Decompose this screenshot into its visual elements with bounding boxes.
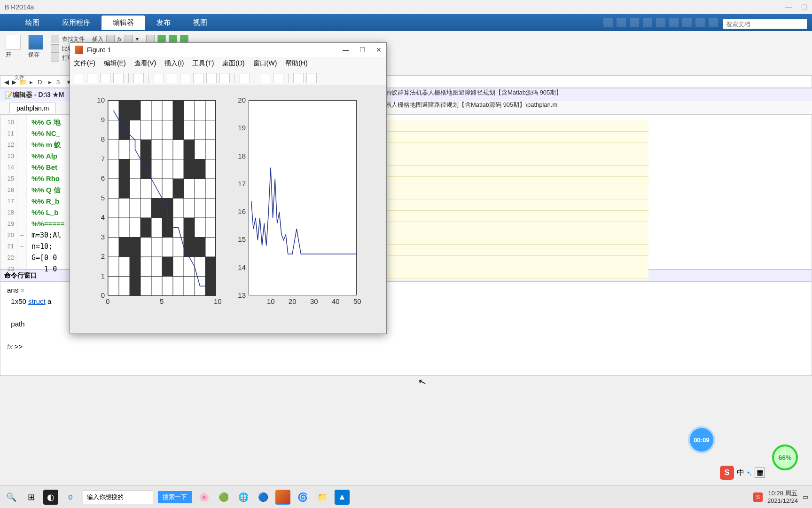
ie-icon[interactable]: e (63, 490, 78, 505)
save-group: 保存 (28, 35, 43, 59)
fig-menu-item[interactable]: 桌面(D) (222, 59, 244, 68)
app-title: B R2014a (5, 3, 34, 11)
figure-titlebar[interactable]: Figure 1 — ☐ ✕ (70, 43, 386, 57)
help-icon[interactable] (709, 18, 718, 27)
svg-rect-24 (173, 101, 184, 120)
fig-menu-item[interactable]: 文件(F) (74, 59, 95, 68)
file-tab[interactable]: pathplan.m (9, 103, 56, 113)
fold-column: ––– (17, 115, 27, 269)
datatip-icon[interactable] (206, 73, 217, 83)
legend-icon[interactable] (273, 73, 283, 83)
sogou-tray-icon[interactable]: S (753, 492, 763, 502)
fig-menu-item[interactable]: 帮助(H) (285, 59, 307, 68)
svg-rect-29 (119, 159, 130, 179)
rotate-icon[interactable] (193, 73, 203, 83)
save-label: 保存 (28, 51, 43, 59)
maximize-icon[interactable]: ☐ (801, 3, 807, 11)
matlab-taskbar-icon[interactable] (275, 490, 290, 505)
fig-menu-item[interactable]: 插入(I) (164, 59, 184, 68)
colorbar-icon[interactable] (260, 73, 270, 83)
zoom-in-icon[interactable] (154, 73, 164, 83)
layout2-icon[interactable] (306, 73, 317, 83)
taskview-icon[interactable]: ⊞ (23, 490, 39, 505)
battery-badge[interactable]: 66% (772, 444, 798, 470)
fx-icon[interactable]: fx (117, 36, 122, 43)
compare-icon[interactable] (51, 44, 59, 53)
minimize-icon[interactable]: — (785, 3, 792, 11)
taskbar-search-input[interactable]: 输入你想搜的 (83, 490, 153, 504)
pointer-icon[interactable] (133, 73, 144, 83)
qa-icon[interactable] (669, 18, 679, 27)
tab-publish[interactable]: 发布 (145, 16, 182, 30)
fig-minimize-icon[interactable]: — (343, 46, 349, 54)
breadcrumb-d[interactable]: D: (36, 79, 46, 86)
search-icon[interactable]: 🔍 (4, 490, 19, 505)
sogou-icon[interactable]: S (720, 466, 734, 480)
taskbar-search-button[interactable]: 搜索一下 (158, 491, 192, 503)
tab-editor[interactable]: 编辑器 (102, 16, 145, 30)
clock-time[interactable]: 10:28 (768, 490, 783, 497)
ime-menu-icon[interactable]: ▦ (755, 468, 765, 478)
zoom-out-icon[interactable] (167, 73, 177, 83)
tab-apps[interactable]: 应用程序 (51, 16, 102, 30)
save-icon[interactable] (28, 35, 43, 50)
brush-icon[interactable] (219, 73, 230, 83)
svg-rect-26 (173, 120, 184, 140)
line-gutter: 1011121314151617181920212223 (0, 115, 17, 269)
fig-menu-item[interactable]: 查看(V) (134, 59, 156, 68)
ime-indicator[interactable]: S 中 •, ▦ (720, 466, 765, 480)
figure-window[interactable]: Figure 1 — ☐ ✕ 文件(F)编辑(E)查看(V)插入(I)工具(T)… (70, 42, 387, 334)
explorer-icon[interactable]: 📁 (315, 490, 330, 505)
back-icon[interactable]: ◀ (4, 79, 9, 86)
qa-icon[interactable] (603, 18, 613, 27)
print-fig-icon[interactable] (113, 73, 124, 83)
fig-menu-item[interactable]: 编辑(E) (104, 59, 126, 68)
file-section-label: 文件 (14, 74, 24, 81)
editor-title-text: 编辑器 - D:\3 ★M (13, 91, 64, 99)
link-icon[interactable] (240, 73, 250, 83)
print-icon[interactable] (51, 54, 59, 62)
app-icon[interactable]: 🌸 (196, 490, 211, 505)
svg-rect-39 (184, 218, 195, 238)
chrome-icon[interactable]: 🟢 (216, 490, 231, 505)
obs-icon[interactable]: ◐ (43, 490, 58, 505)
breadcrumb-3[interactable]: 3 (55, 79, 62, 86)
fig-menu-item[interactable]: 工具(T) (192, 59, 214, 68)
edge-icon[interactable]: 🌐 (236, 490, 251, 505)
qa-icon[interactable] (643, 18, 652, 27)
photos-icon[interactable]: ▲ (335, 490, 350, 505)
clock-date[interactable]: 2021/12/24 (767, 497, 798, 505)
open-icon[interactable] (6, 35, 21, 50)
find-files-icon[interactable] (51, 35, 59, 43)
open-group: 开 (6, 35, 21, 59)
tab-plot[interactable]: 绘图 (14, 16, 51, 30)
figure-title: Figure 1 (87, 46, 111, 54)
tab-view[interactable]: 视图 (182, 16, 219, 30)
qa-icon[interactable] (656, 18, 665, 27)
dropdown-icon[interactable]: ▾ (136, 36, 139, 42)
notification-icon[interactable]: ▭ (803, 493, 808, 500)
app-icon[interactable]: 🌀 (295, 490, 310, 505)
ime-punct-icon[interactable]: •, (747, 468, 752, 477)
search-docs-input[interactable] (723, 19, 807, 29)
matlab-icon (75, 46, 83, 54)
fig-close-icon[interactable]: ✕ (376, 46, 382, 54)
mouse-cursor-icon: ↖ (416, 375, 428, 389)
ime-lang[interactable]: 中 (737, 468, 744, 478)
layout-icon[interactable] (293, 73, 304, 83)
save-fig-icon[interactable] (100, 73, 110, 83)
browser-icon[interactable]: 🔵 (256, 490, 271, 505)
new-fig-icon[interactable] (74, 73, 84, 83)
svg-rect-41 (130, 238, 141, 257)
qa-icon[interactable] (695, 18, 705, 27)
fig-menu-item[interactable]: 窗口(W) (253, 59, 277, 68)
open-fig-icon[interactable] (87, 73, 97, 83)
figure-menubar: 文件(F)编辑(E)查看(V)插入(I)工具(T)桌面(D)窗口(W)帮助(H) (70, 57, 386, 70)
qa-icon[interactable] (682, 18, 692, 27)
fig-maximize-icon[interactable]: ☐ (359, 46, 366, 54)
qa-icon[interactable] (630, 18, 639, 27)
recording-timer-badge[interactable]: 00:09 (690, 428, 713, 452)
qa-icon[interactable] (617, 18, 626, 27)
pan-icon[interactable] (180, 73, 190, 83)
struct-link[interactable]: struct (28, 297, 46, 305)
